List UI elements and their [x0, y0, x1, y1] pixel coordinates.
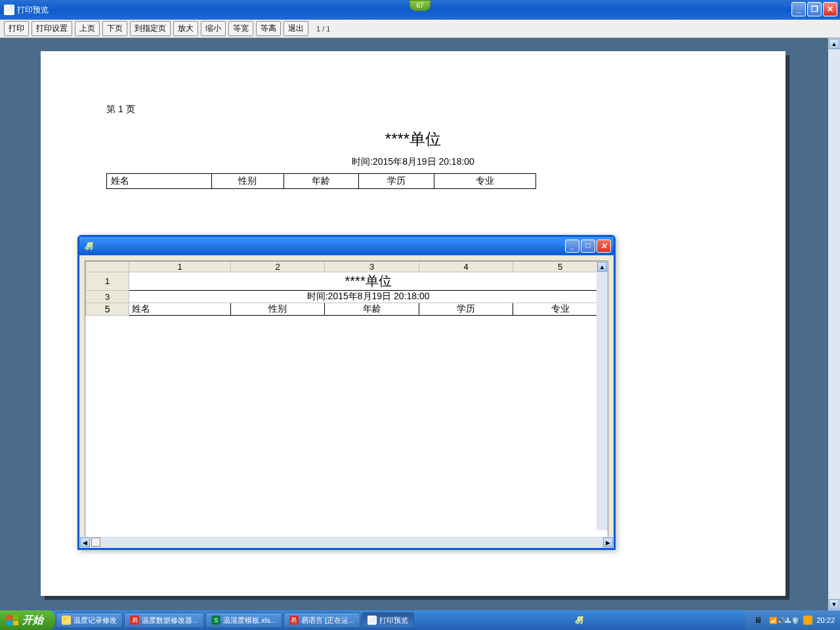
taskbar-item[interactable]: 📄打印预览: [362, 612, 414, 628]
scroll-down-icon[interactable]: ▼: [829, 599, 839, 610]
sheet-horizontal-scrollbar[interactable]: ◀ ▶: [79, 537, 614, 548]
windows-logo-icon: [7, 615, 18, 625]
taskbar-item-label: 打印预览: [379, 616, 408, 625]
spreadsheet-window: 易 _ □ ✕ 1 2 3 4 5 1 ****单位: [77, 235, 616, 550]
print-button[interactable]: 打印: [4, 21, 29, 36]
popup-body: 1 2 3 4 5 1 ****单位 3 时间:2015年8月19日 20:18…: [79, 255, 614, 548]
sheet-cell[interactable]: 学历: [419, 303, 513, 316]
app-icon: [4, 5, 14, 15]
sheet-cell[interactable]: 性别: [230, 303, 325, 316]
start-label: 开始: [22, 614, 43, 627]
minimize-button[interactable]: _: [791, 2, 806, 16]
sheet-scroll-right-icon[interactable]: ▶: [603, 537, 613, 547]
zoom-out-button[interactable]: 缩小: [201, 21, 226, 36]
app-icon: 易: [130, 616, 139, 625]
tray-status-icon[interactable]: [803, 616, 812, 625]
col-header[interactable]: 5: [513, 262, 608, 272]
header-cell: 姓名: [107, 174, 212, 189]
app-icon: S: [211, 616, 220, 625]
document-title: ****单位: [106, 129, 720, 150]
spreadsheet[interactable]: 1 2 3 4 5 1 ****单位 3 时间:2015年8月19日 20:18…: [85, 261, 608, 316]
taskbar-item[interactable]: S温湿度模板.xls...: [205, 612, 282, 628]
vertical-scrollbar[interactable]: ▲ ▼: [828, 38, 840, 610]
print-settings-button[interactable]: 打印设置: [32, 21, 72, 36]
exit-button[interactable]: 退出: [284, 21, 308, 36]
taskbar-item[interactable]: 易易语言 [正在运...: [284, 612, 360, 628]
taskbar-item-label: 温度记录修改: [74, 616, 117, 625]
close-button[interactable]: ✕: [823, 2, 837, 16]
taskbar-item[interactable]: 易温度数据修改器...: [124, 612, 204, 628]
header-cell: 年龄: [284, 174, 359, 189]
window-title: 打印预览: [17, 5, 49, 16]
document-table: 姓名 性别 年龄 学历 专业: [106, 173, 536, 189]
sheet-scroll-up-icon[interactable]: ▲: [597, 262, 607, 272]
document-timestamp: 时间:2015年8月19日 20:18:00: [106, 156, 720, 168]
header-cell: 专业: [434, 174, 536, 189]
col-header[interactable]: 2: [230, 262, 325, 272]
popup-minimize-button[interactable]: _: [565, 240, 579, 253]
fit-height-button[interactable]: 等高: [256, 21, 281, 36]
sheet-title-cell[interactable]: ****单位: [129, 272, 608, 291]
taskbar-item-label: 温度数据修改器...: [142, 616, 198, 625]
page-indicator: 1 / 1: [316, 25, 330, 33]
app-icon: 易: [289, 616, 299, 625]
fit-width-button[interactable]: 等宽: [228, 21, 253, 36]
scroll-up-icon[interactable]: ▲: [829, 39, 839, 49]
popup-app-icon: 易: [85, 241, 93, 252]
taskbar-item[interactable]: 📁温度记录修改: [56, 612, 123, 628]
popup-titlebar[interactable]: 易 _ □ ✕: [79, 237, 614, 255]
row-header[interactable]: 1: [86, 272, 129, 291]
top-badge: 67: [409, 0, 430, 11]
toolbar: 打印 打印设置 上页 下页 到指定页 放大 缩小 等宽 等高 退出 1 / 1: [0, 20, 840, 38]
sheet-scroll-left-icon[interactable]: ◀: [80, 537, 90, 547]
start-button[interactable]: 开始: [0, 610, 55, 630]
show-desktop-icon[interactable]: 🖥: [752, 614, 764, 626]
clock: 20:22: [816, 616, 835, 624]
popup-maximize-button[interactable]: □: [581, 240, 595, 253]
tray-icons[interactable]: 📶🔊🖧🛡️: [769, 617, 799, 624]
popup-close-button[interactable]: ✕: [597, 240, 611, 253]
header-cell: 性别: [211, 174, 284, 189]
col-header[interactable]: 1: [129, 262, 231, 272]
row-header[interactable]: 5: [86, 303, 129, 316]
folder-icon: 📁: [62, 616, 71, 625]
prev-page-button[interactable]: 上页: [75, 21, 100, 36]
sheet-cell[interactable]: 专业: [513, 303, 608, 316]
page-label: 第 1 页: [106, 104, 720, 116]
sheet-time-cell[interactable]: 时间:2015年8月19日 20:18:00: [129, 291, 608, 303]
row-header[interactable]: 3: [86, 291, 129, 303]
taskbar-item-label: 温湿度模板.xls...: [223, 616, 276, 625]
system-tray: 🖥 📶🔊🖧🛡️ 20:22: [746, 610, 840, 630]
col-header[interactable]: 3: [325, 262, 419, 272]
goto-page-button[interactable]: 到指定页: [130, 21, 171, 36]
sheet-corner[interactable]: [86, 262, 129, 272]
taskbar-item-label: 易语言 [正在运...: [301, 616, 354, 625]
quicklaunch-icon[interactable]: 易: [573, 614, 585, 626]
sheet-vertical-scrollbar[interactable]: ▲: [597, 261, 608, 530]
col-header[interactable]: 4: [419, 262, 513, 272]
header-cell: 学历: [359, 174, 434, 189]
document-icon: 📄: [368, 616, 377, 625]
sheet-cell[interactable]: 年龄: [325, 303, 419, 316]
sheet-tab-icon[interactable]: [91, 537, 100, 547]
maximize-button[interactable]: ❐: [807, 2, 822, 16]
zoom-in-button[interactable]: 放大: [173, 21, 198, 36]
next-page-button[interactable]: 下页: [102, 21, 127, 36]
sheet-cell[interactable]: 姓名: [129, 303, 231, 316]
taskbar: 开始 📁温度记录修改 易温度数据修改器... S温湿度模板.xls... 易易语…: [0, 610, 840, 630]
